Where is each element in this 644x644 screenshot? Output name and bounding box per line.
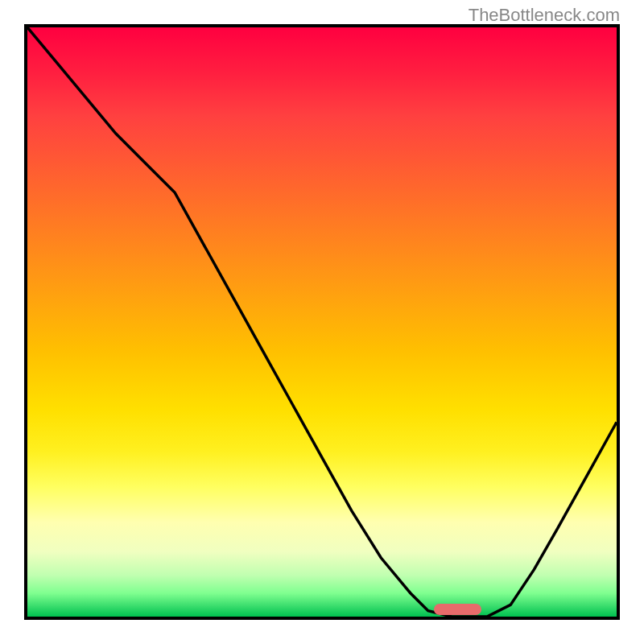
optimal-marker	[434, 604, 481, 615]
plot-area	[24, 24, 620, 620]
bottleneck-chart: TheBottleneck.com	[0, 0, 644, 644]
curve-svg	[27, 27, 617, 617]
bottleneck-curve	[27, 27, 617, 617]
watermark-text: TheBottleneck.com	[469, 5, 620, 26]
